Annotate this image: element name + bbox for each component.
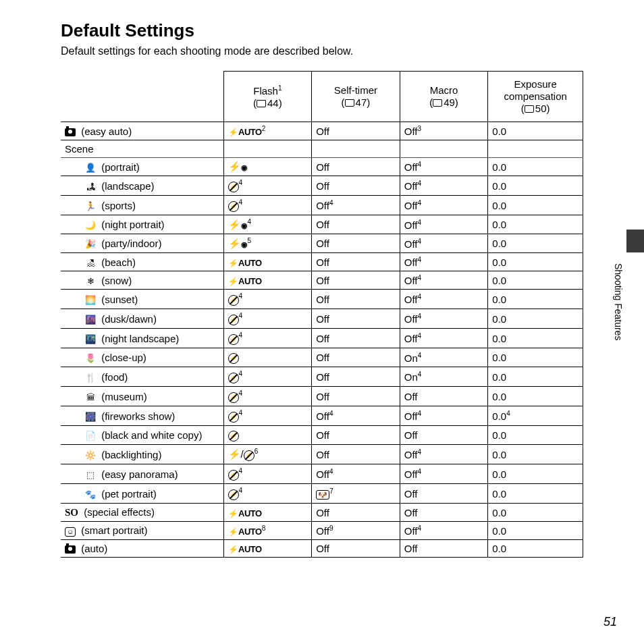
flash-redeye-icon: ⚡◉ [228,219,248,230]
cell-text: Off [404,449,418,460]
cell-text: Off [316,352,329,363]
cell-text: Off [316,507,329,518]
cell-text: Off [316,238,329,249]
table-row: 📄 (black and white copy)OffOff0.0 [61,426,583,445]
cell-text: 0.0 [492,543,506,554]
sunset-icon: 🌅 [85,295,96,305]
cell-text: Off [316,161,329,173]
section-tab [626,230,644,252]
cell-text: 0.0 [492,410,506,422]
cell-text: Off [316,525,329,537]
cell-text: Off [404,313,418,325]
cell-text: Off [316,275,329,286]
flash-off-icon [228,295,239,306]
cell-text: 0.0 [492,391,506,402]
pet-release-icon: 🐶 [316,490,329,500]
cell-text: Off [404,180,418,192]
party-icon: 🎉 [85,239,96,249]
table-row: 🌙 (night portrait)⚡◉4OffOff40.0 [61,215,583,234]
flash-auto-icon: AUTO [228,258,262,268]
mode-label: (snow) [101,275,132,286]
cell-text: Off [316,391,329,402]
camera-icon [65,128,76,136]
cell-text: 0.0 [492,371,506,383]
cell-text: Off [316,333,329,344]
cell-text: Off [404,410,418,422]
cell-text: 0.0 [492,488,506,500]
table-row: 🏛 (museum)4OffOff0.0 [61,387,583,406]
sports-icon: 🏃 [85,201,96,211]
flash-auto-icon: AUTO [228,544,262,554]
table-row: (auto)AUTOOffOff0.0 [61,540,583,558]
cell-text: Off [316,371,329,383]
cell-text: 0.0 [492,180,506,192]
cell-text: Off [404,257,418,268]
mode-label: (food) [101,371,128,383]
flash-off-icon [228,315,239,325]
flash-off-icon [228,182,239,192]
cell-text: 0.0 [492,525,506,537]
table-row: ⬚ (easy panorama)4Off4Off40.0 [61,464,583,484]
cell-text: Off [404,391,418,402]
cell-text: Off [316,257,329,268]
flash-off-icon [228,489,239,500]
mode-label: (black and white copy) [101,429,202,441]
flash-fill-icon: ⚡ [228,448,241,460]
cell-text: Off [316,410,329,422]
table-row: ☺ (smart portrait)AUTO8Off9Off40.0 [61,522,583,540]
cell-text: 0.0 [492,294,506,305]
table-row: 🌃 (night landscape)4OffOff40.0 [61,329,583,348]
cell-text: 0.0 [492,219,506,230]
table-row: 🎆 (fireworks show)4Off4Off40.04 [61,406,583,426]
cell-text: 0.0 [492,238,506,249]
table-row: 👤 (portrait)⚡◉OffOff40.0 [61,158,583,176]
header-row: Flash1 (44) Self-timer (47) Macro (49) E… [61,72,583,122]
mode-label: (night landscape) [101,333,179,344]
smart-portrait-icon: ☺ [65,527,76,537]
pet-icon: 🐾 [85,489,96,500]
page-title: Default Settings [61,20,583,41]
section-label: Shooting Features [613,263,624,340]
mode-label: (sports) [101,200,136,211]
mode-label: (portrait) [101,161,140,173]
table-row: 🏞 (landscape)4OffOff40.0 [61,176,583,196]
cell-text: 0.0 [492,507,506,518]
flash-auto-icon: AUTO [228,276,262,286]
cell-text: Off [316,294,329,305]
cell-text: Off [316,429,329,441]
night-landscape-icon: 🌃 [85,334,96,344]
mode-label: (night portrait) [101,219,164,230]
cell-text: On [404,371,418,383]
cell-text: On [404,352,418,364]
flash-auto-icon: AUTO [228,527,262,537]
cell-text: 0.0 [492,333,506,344]
cell-text: Off [404,525,418,537]
cell-text: 0.0 [492,161,506,173]
col-macro: Macro (49) [400,72,488,122]
panorama-icon: ⬚ [85,470,96,480]
flash-off-icon [228,201,239,212]
flash-off-icon [228,392,239,403]
cell-text: Off [316,180,329,192]
bwcopy-icon: 📄 [85,431,96,441]
mode-label: (easy panorama) [101,468,178,480]
portrait-icon: 👤 [85,163,96,173]
backlight-icon: 🔆 [85,450,96,460]
intro-text: Default settings for each shooting mode … [61,45,583,57]
col-exposure: Exposure compensation (50) [488,72,583,122]
table-row: 🏃 (sports)4Off4Off40.0 [61,196,583,215]
mode-label: (smart portrait) [81,525,147,536]
cell-text: 0.0 [492,313,506,325]
cell-text: Off [404,488,418,500]
flash-off-icon [228,334,239,345]
mode-label: (dusk/dawn) [101,313,157,325]
cell-text: Off [404,275,418,286]
cell-text: 0.0 [492,200,506,211]
cell-text: Off [316,200,329,211]
book-icon [345,97,356,108]
scene-header-row: Scene [61,140,583,158]
cell-text: Off [404,429,418,441]
so-icon: SO [65,507,78,518]
fireworks-icon: 🎆 [85,412,96,422]
cell-text: Off [316,126,329,137]
